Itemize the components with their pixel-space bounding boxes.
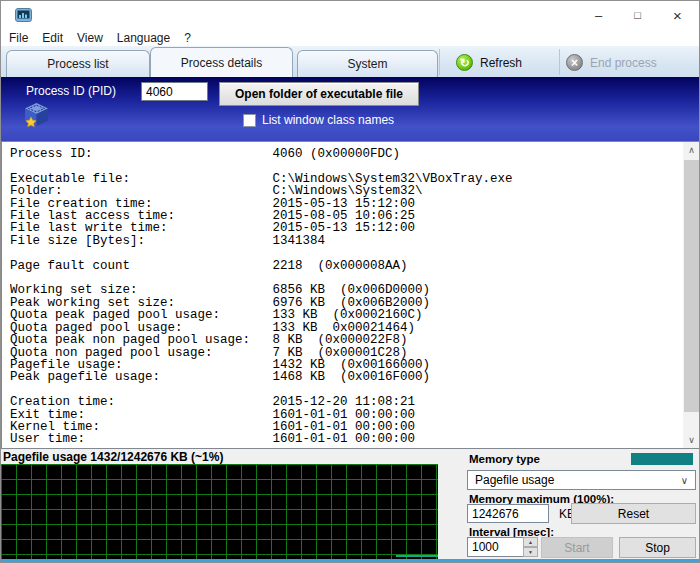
memory-type-value: Pagefile usage <box>475 473 554 487</box>
refresh-button[interactable]: ↻ Refresh <box>456 49 522 76</box>
memory-monitor-panel: Pagefile usage 1432/1242676 KB (~1%) Mem… <box>1 449 700 559</box>
tab-process-details[interactable]: Process details <box>150 47 293 77</box>
title-bar: – □ × <box>1 1 699 29</box>
spinner-down-icon[interactable]: ▼ <box>523 547 538 557</box>
separator <box>439 49 440 75</box>
chevron-down-icon: ∨ <box>681 475 688 486</box>
separator <box>559 49 560 75</box>
memory-type-dropdown[interactable]: Pagefile usage ∨ <box>467 470 696 490</box>
end-process-icon: × <box>566 54 583 71</box>
scroll-up-arrow-icon[interactable]: ∧ <box>683 142 700 158</box>
close-button[interactable]: × <box>658 1 697 29</box>
maximize-button[interactable]: □ <box>618 1 657 29</box>
window-bottom-strip <box>1 559 700 563</box>
menu-file[interactable]: File <box>9 31 37 45</box>
menu-help[interactable]: ? <box>184 31 200 45</box>
tab-strip: Process list Process details System ↻ Re… <box>1 46 699 77</box>
memory-type-label: Memory type <box>469 453 540 465</box>
menu-view[interactable]: View <box>77 31 112 45</box>
details-text: Process ID: 4060 (0x00000FDC) Executable… <box>10 148 678 446</box>
open-folder-button[interactable]: Open folder of executable file <box>219 82 419 106</box>
list-window-class-label: List window class names <box>262 113 394 127</box>
end-process-button[interactable]: × End process <box>566 49 657 76</box>
stop-button[interactable]: Stop <box>619 537 696 558</box>
reset-button[interactable]: Reset <box>571 503 696 524</box>
list-window-class-row: List window class names <box>243 113 394 127</box>
scroll-down-arrow-icon[interactable]: ∨ <box>683 432 700 448</box>
minimize-button[interactable]: – <box>579 1 618 29</box>
interval-input[interactable] <box>467 537 524 557</box>
pid-panel: Process ID (PID) Open folder of executab… <box>1 77 699 141</box>
interval-spinner: ▲ ▼ <box>523 537 538 557</box>
app-window: – □ × File Edit View Language ? Process … <box>0 0 700 563</box>
usage-trace-line <box>396 555 438 557</box>
tab-process-list[interactable]: Process list <box>6 50 150 77</box>
menu-bar: File Edit View Language ? <box>1 29 699 46</box>
graph-title: Pagefile usage 1432/1242676 KB (~1%) <box>3 450 223 464</box>
tab-system[interactable]: System <box>297 50 438 77</box>
process-details-area: Process ID: 4060 (0x00000FDC) Executable… <box>1 141 700 449</box>
menu-language[interactable]: Language <box>117 31 179 45</box>
pid-input[interactable] <box>141 82 208 101</box>
vertical-scrollbar: ∧ ∨ <box>683 142 700 448</box>
list-window-class-checkbox[interactable] <box>243 114 256 127</box>
refresh-icon: ↻ <box>456 54 473 71</box>
start-button[interactable]: Start <box>541 537 613 558</box>
menu-edit[interactable]: Edit <box>42 31 72 45</box>
scrollbar-thumb[interactable] <box>684 160 699 412</box>
spinner-up-icon[interactable]: ▲ <box>523 537 538 547</box>
usage-graph <box>1 464 438 559</box>
refresh-label: Refresh <box>480 56 522 70</box>
app-icon <box>15 8 32 23</box>
end-process-label: End process <box>590 56 657 70</box>
vbox-cube-icon <box>25 103 48 129</box>
memory-maximum-input[interactable] <box>467 504 549 523</box>
memory-type-swatch <box>631 453 693 465</box>
pid-label: Process ID (PID) <box>26 84 116 98</box>
